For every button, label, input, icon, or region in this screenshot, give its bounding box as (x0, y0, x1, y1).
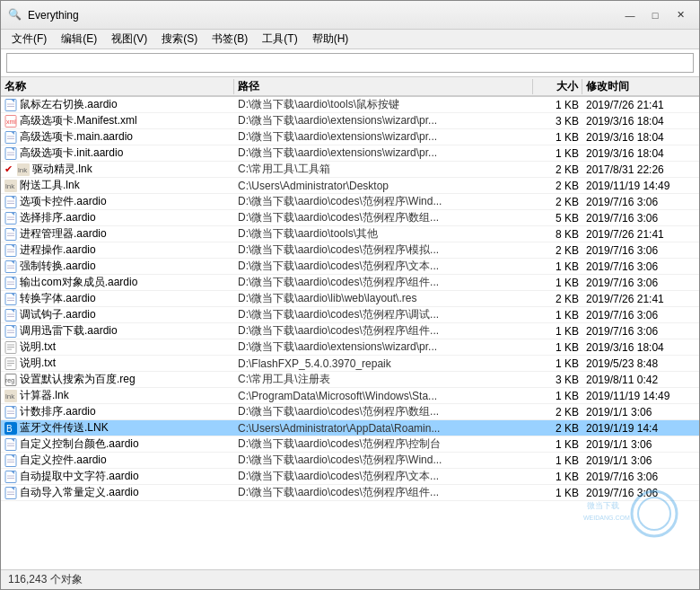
col-name-header[interactable]: 名称 (1, 79, 234, 94)
table-row[interactable]: 自定义控制台颜色.aardioD:\微当下载\aardio\codes\范例程序… (1, 436, 699, 453)
svg-rect-30 (5, 244, 16, 256)
cell-date: 2019/1/1 3:06 (582, 406, 699, 418)
table-row[interactable]: 进程管理器.aardioD:\微当下载\aardio\tools\其他8 KB2… (1, 226, 699, 242)
menu-search[interactable]: 搜索(S) (154, 30, 205, 48)
table-row[interactable]: 高级选项卡.init.aardioD:\微当下载\aardio\extensio… (1, 145, 699, 162)
cell-date: 2019/11/19 14:49 (582, 390, 699, 402)
svg-rect-42 (5, 293, 16, 304)
cell-name: 高级选项卡.init.aardio (1, 145, 234, 161)
cell-name: 高级选项卡.main.aardio (1, 129, 234, 145)
cell-name: 选项卡控件.aardio (1, 194, 234, 209)
cell-size: 1 KB (533, 260, 582, 273)
table-row[interactable]: ✔lnk驱动精灵.lnkC:\常用工具\工具箱2 KB2017/8/31 22:… (1, 162, 699, 178)
status-count: 116,243 个对象 (8, 572, 83, 587)
svg-rect-38 (5, 277, 16, 288)
menu-tools[interactable]: 工具(T) (255, 30, 304, 48)
file-name: 自定义控制台颜色.aardio (20, 436, 139, 452)
file-name: 计算器.lnk (20, 388, 69, 403)
maximize-button[interactable]: □ (643, 6, 667, 24)
cell-size: 2 KB (533, 406, 582, 418)
svg-rect-46 (5, 309, 16, 321)
cell-name: 说明.txt (1, 356, 234, 371)
app-icon: 🔍 (8, 8, 22, 22)
cell-date: 2019/1/19 14:4 (582, 422, 699, 435)
table-row[interactable]: B蓝牙文件传送.LNKC:\Users\Administrator\AppDat… (1, 420, 699, 436)
menu-view[interactable]: 视图(V) (104, 30, 154, 48)
cell-name: 选择排序.aardio (1, 210, 234, 225)
file-icon (4, 406, 17, 418)
cell-size: 1 KB (533, 277, 582, 289)
main-window: 🔍 Everything — □ ✕ 文件(F) 编辑(E) 视图(V) 搜索(… (0, 0, 700, 590)
menu-edit[interactable]: 编辑(E) (54, 30, 104, 48)
table-row[interactable]: 输出com对象成员.aardioD:\微当下载\aardio\codes\范例程… (1, 275, 699, 291)
cell-path: D:\微当下载\aardio\codes\范例程序\控制台 (234, 436, 533, 452)
table-row[interactable]: 转换字体.aardioD:\微当下载\aardio\lib\web\layout… (1, 291, 699, 307)
cell-path: D:\微当下载\aardio\codes\范例程序\文本... (234, 469, 533, 484)
cell-name: reg设置默认搜索为百度.reg (1, 372, 234, 387)
menu-file[interactable]: 文件(F) (4, 30, 54, 48)
table-row[interactable]: 强制转换.aardioD:\微当下载\aardio\codes\范例程序\文本.… (1, 259, 699, 275)
close-button[interactable]: ✕ (669, 6, 692, 24)
table-row[interactable]: 鼠标左右切换.aardioD:\微当下载\aardio\tools\鼠标按键1 … (1, 97, 699, 113)
menu-bookmarks[interactable]: 书签(B) (205, 30, 255, 48)
cell-path: D:\微当下载\aardio\tools\鼠标按键 (234, 97, 533, 112)
cell-size: 1 KB (533, 454, 582, 467)
table-row[interactable]: 进程操作.aardioD:\微当下载\aardio\codes\范例程序\模拟.… (1, 242, 699, 259)
table-row[interactable]: lnk计算器.lnkC:\ProgramData\Microsoft\Windo… (1, 388, 699, 404)
svg-rect-0 (5, 99, 16, 110)
cell-date: 2019/1/1 3:06 (582, 454, 699, 467)
svg-rect-18 (5, 196, 16, 207)
col-date-header[interactable]: 修改时间 (582, 79, 699, 94)
table-row[interactable]: 说明.txtD:\FlashFXP_5.4.0.3970_repaik1 KB2… (1, 356, 699, 372)
cell-size: 1 KB (533, 147, 582, 160)
file-name: 自动提取中文字符.aardio (20, 469, 139, 484)
cell-name: ✔lnk驱动精灵.lnk (1, 162, 234, 177)
table-row[interactable]: 选择排序.aardioD:\微当下载\aardio\codes\范例程序\数组.… (1, 210, 699, 226)
table-row[interactable]: 高级选项卡.main.aardioD:\微当下载\aardio\extensio… (1, 129, 699, 145)
svg-text:B: B (6, 424, 13, 434)
cell-size: 2 KB (533, 422, 582, 435)
table-row[interactable]: reg设置默认搜索为百度.regC:\常用工具\注册表3 KB2019/8/11… (1, 372, 699, 388)
table-row[interactable]: 说明.txtD:\微当下载\aardio\extensions\wizard\p… (1, 339, 699, 356)
file-name: 调用迅雷下载.aardio (20, 323, 118, 339)
svg-rect-76 (5, 454, 16, 466)
file-icon (4, 131, 17, 144)
file-icon: xml (4, 115, 17, 128)
table-row[interactable]: 调试钩子.aardioD:\微当下载\aardio\codes\范例程序\调试.… (1, 307, 699, 323)
cell-size: 8 KB (533, 228, 582, 241)
cell-name: 鼠标左右切换.aardio (1, 97, 234, 112)
svg-rect-84 (5, 487, 16, 498)
cell-size: 1 KB (533, 471, 582, 483)
table-row[interactable]: 自动提取中文字符.aardioD:\微当下载\aardio\codes\范例程序… (1, 469, 699, 485)
cell-size: 2 KB (533, 244, 582, 257)
menu-help[interactable]: 帮助(H) (305, 30, 356, 48)
file-icon (4, 196, 17, 208)
minimize-button[interactable]: — (618, 6, 642, 24)
col-path-header[interactable]: 路径 (234, 79, 533, 94)
table-row[interactable]: 自定义控件.aardioD:\微当下载\aardio\codes\范例程序\Wi… (1, 453, 699, 469)
cell-path: C:\常用工具\注册表 (234, 372, 533, 387)
table-row[interactable]: xml高级选项卡.Manifest.xmlD:\微当下载\aardio\exte… (1, 113, 699, 129)
table-row[interactable]: 自动导入常量定义.aardioD:\微当下载\aardio\codes\范例程序… (1, 485, 699, 501)
cell-size: 1 KB (533, 357, 582, 370)
cell-date: 2019/7/16 3:06 (582, 244, 699, 257)
window-controls: — □ ✕ (618, 6, 692, 24)
table-row[interactable]: 调用迅雷下载.aardioD:\微当下载\aardio\codes\范例程序\组… (1, 323, 699, 339)
svg-rect-6 (5, 131, 16, 143)
file-icon (4, 341, 17, 354)
table-row[interactable]: lnk附送工具.lnkC:\Users\Administrator\Deskto… (1, 178, 699, 194)
col-size-header[interactable]: 大小 (533, 79, 582, 94)
search-input[interactable] (6, 53, 694, 73)
file-icon (4, 212, 17, 225)
table-row[interactable]: 计数排序.aardioD:\微当下载\aardio\codes\范例程序\数组.… (1, 404, 699, 420)
file-name: 高级选项卡.main.aardio (20, 129, 133, 145)
svg-text:lnk: lnk (5, 182, 15, 190)
cell-size: 1 KB (533, 131, 582, 144)
file-list[interactable]: 鼠标左右切换.aardioD:\微当下载\aardio\tools\鼠标按键1 … (1, 97, 699, 569)
cell-path: C:\Users\Administrator\Desktop (234, 180, 533, 192)
window-title: Everything (28, 9, 618, 22)
cell-path: D:\微当下载\aardio\codes\范例程序\文本... (234, 259, 533, 274)
file-icon (4, 309, 17, 321)
table-row[interactable]: 选项卡控件.aardioD:\微当下载\aardio\codes\范例程序\Wi… (1, 194, 699, 210)
file-icon (4, 357, 17, 370)
